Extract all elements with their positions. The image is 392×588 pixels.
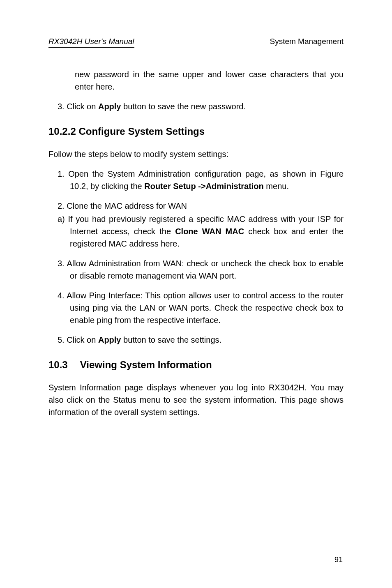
intro-10-2-2: Follow the steps below to modify system … — [48, 148, 344, 160]
page-header: RX3042H User's Manual System Management — [48, 37, 344, 48]
numbered-list-1022: 1. Open the System Administration config… — [55, 168, 344, 346]
list-item-2a: a) If you had previously registered a sp… — [70, 213, 344, 250]
heading-10-3: 10.3Viewing System Information — [48, 357, 344, 372]
list-item-1: 1. Open the System Administration config… — [70, 168, 344, 192]
section-title: Viewing System Information — [80, 359, 212, 370]
text: button to save the settings. — [121, 335, 222, 344]
clone-wan-mac-label: Clone WAN MAC — [175, 227, 244, 236]
para-10-3: System Information page displays wheneve… — [48, 381, 344, 418]
list-item-2: 2. Clone the MAC address for WAN — [70, 200, 344, 212]
text: menu. — [264, 182, 289, 191]
numbered-list-1022-cont: 3. Click on Apply button to save the new… — [55, 100, 344, 113]
text: button to save the new password. — [121, 102, 246, 111]
list-item-4: 4. Allow Ping Interface: This option all… — [70, 289, 344, 326]
text: 3. Click on — [58, 102, 98, 111]
list-item-3: 3. Allow Administration from WAN: check … — [70, 257, 344, 282]
page-number: 91 — [334, 556, 343, 564]
page: RX3042H User's Manual System Management … — [0, 0, 392, 588]
header-right: System Management — [270, 37, 344, 47]
list-item-5: 5. Click on Apply button to save the set… — [70, 334, 344, 346]
apply-label: Apply — [98, 102, 121, 111]
menu-path: Router Setup ->Administration — [144, 182, 264, 191]
content-body: new password in the same upper and lower… — [48, 68, 344, 418]
continuation-paragraph: new password in the same upper and lower… — [75, 68, 344, 93]
header-row: RX3042H User's Manual System Management — [48, 37, 344, 48]
list-item-3-apply-password: 3. Click on Apply button to save the new… — [70, 100, 344, 113]
header-left: RX3042H User's Manual — [48, 37, 134, 48]
section-number: 10.3 — [48, 359, 68, 370]
text: 5. Click on — [58, 335, 98, 344]
apply-label: Apply — [98, 335, 121, 344]
heading-10-2-2: 10.2.2 Configure System Settings — [48, 124, 344, 139]
